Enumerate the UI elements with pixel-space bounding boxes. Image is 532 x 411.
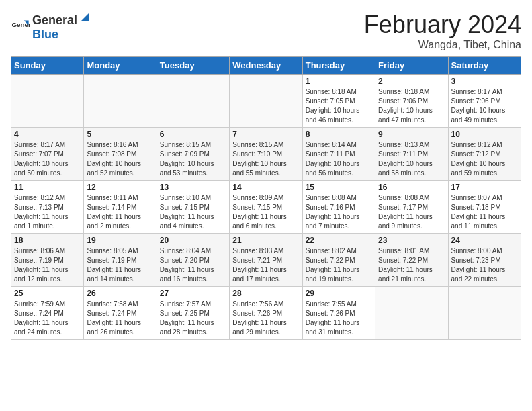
- day-info: Sunrise: 8:07 AMSunset: 7:18 PMDaylight:…: [451, 193, 518, 231]
- calendar-week-row: 25Sunrise: 7:59 AMSunset: 7:24 PMDayligh…: [11, 287, 521, 340]
- day-number: 6: [160, 130, 226, 139]
- calendar-day-cell: 5Sunrise: 8:16 AMSunset: 7:08 PMDaylight…: [84, 128, 157, 181]
- calendar-day-cell: [448, 287, 521, 340]
- day-number: 28: [232, 289, 299, 298]
- day-number: 19: [87, 236, 153, 245]
- day-number: 9: [378, 130, 445, 139]
- calendar-day-cell: [375, 287, 448, 340]
- day-info: Sunrise: 8:18 AMSunset: 7:05 PMDaylight:…: [306, 87, 372, 125]
- day-info: Sunrise: 7:55 AMSunset: 7:26 PMDaylight:…: [306, 300, 372, 337]
- day-info: Sunrise: 8:01 AMSunset: 7:22 PMDaylight:…: [378, 246, 445, 284]
- calendar-day-cell: [11, 75, 84, 128]
- day-info: Sunrise: 8:03 AMSunset: 7:21 PMDaylight:…: [232, 246, 299, 284]
- title-block: February 2024 Wangda, Tibet, China: [364, 11, 521, 51]
- svg-marker-2: [81, 13, 89, 21]
- calendar-header-row: SundayMondayTuesdayWednesdayThursdayFrid…: [11, 57, 521, 75]
- day-info: Sunrise: 8:15 AMSunset: 7:10 PMDaylight:…: [232, 140, 299, 178]
- day-number: 7: [232, 130, 299, 139]
- weekday-header: Wednesday: [230, 57, 302, 75]
- logo-general-text: General: [32, 13, 77, 28]
- logo-blue-text: Blue: [32, 28, 58, 41]
- day-number: 13: [160, 183, 226, 192]
- calendar-week-row: 4Sunrise: 8:17 AMSunset: 7:07 PMDaylight…: [11, 128, 521, 181]
- day-info: Sunrise: 8:10 AMSunset: 7:15 PMDaylight:…: [160, 193, 226, 231]
- calendar-day-cell: 21Sunrise: 8:03 AMSunset: 7:21 PMDayligh…: [230, 234, 302, 287]
- day-number: 14: [232, 183, 299, 192]
- calendar-day-cell: 4Sunrise: 8:17 AMSunset: 7:07 PMDaylight…: [11, 128, 84, 181]
- calendar-day-cell: 9Sunrise: 8:13 AMSunset: 7:11 PMDaylight…: [375, 128, 448, 181]
- calendar-day-cell: 1Sunrise: 8:18 AMSunset: 7:05 PMDaylight…: [302, 75, 375, 128]
- day-number: 26: [87, 289, 153, 298]
- weekday-header: Friday: [375, 57, 448, 75]
- calendar-day-cell: 13Sunrise: 8:10 AMSunset: 7:15 PMDayligh…: [157, 181, 229, 234]
- day-number: 18: [14, 236, 81, 245]
- calendar-day-cell: 6Sunrise: 8:15 AMSunset: 7:09 PMDaylight…: [157, 128, 229, 181]
- day-number: 25: [14, 289, 81, 298]
- day-info: Sunrise: 7:56 AMSunset: 7:26 PMDaylight:…: [232, 300, 299, 337]
- day-info: Sunrise: 8:18 AMSunset: 7:06 PMDaylight:…: [378, 87, 445, 125]
- logo-icon: General: [11, 17, 30, 36]
- logo-triangle-icon: [78, 11, 91, 24]
- calendar-day-cell: 25Sunrise: 7:59 AMSunset: 7:24 PMDayligh…: [11, 287, 84, 340]
- calendar-day-cell: 20Sunrise: 8:04 AMSunset: 7:20 PMDayligh…: [157, 234, 229, 287]
- weekday-header: Monday: [84, 57, 157, 75]
- month-title: February 2024: [364, 11, 521, 39]
- calendar-day-cell: 7Sunrise: 8:15 AMSunset: 7:10 PMDaylight…: [230, 128, 302, 181]
- calendar-day-cell: 11Sunrise: 8:12 AMSunset: 7:13 PMDayligh…: [11, 181, 84, 234]
- calendar-day-cell: 10Sunrise: 8:12 AMSunset: 7:12 PMDayligh…: [448, 128, 521, 181]
- day-number: 22: [306, 236, 372, 245]
- day-info: Sunrise: 8:09 AMSunset: 7:15 PMDaylight:…: [232, 193, 299, 231]
- day-number: 1: [306, 77, 372, 86]
- calendar-day-cell: 8Sunrise: 8:14 AMSunset: 7:11 PMDaylight…: [302, 128, 375, 181]
- day-number: 5: [87, 130, 153, 139]
- day-info: Sunrise: 8:14 AMSunset: 7:11 PMDaylight:…: [306, 140, 372, 178]
- day-number: 3: [451, 77, 518, 86]
- day-info: Sunrise: 8:04 AMSunset: 7:20 PMDaylight:…: [160, 246, 226, 284]
- calendar-day-cell: [230, 75, 302, 128]
- day-number: 17: [451, 183, 518, 192]
- weekday-header: Thursday: [302, 57, 375, 75]
- day-info: Sunrise: 7:58 AMSunset: 7:24 PMDaylight:…: [87, 300, 153, 337]
- day-number: 20: [160, 236, 226, 245]
- day-info: Sunrise: 8:06 AMSunset: 7:19 PMDaylight:…: [14, 246, 81, 284]
- day-number: 21: [232, 236, 299, 245]
- calendar-week-row: 1Sunrise: 8:18 AMSunset: 7:05 PMDaylight…: [11, 75, 521, 128]
- day-info: Sunrise: 8:05 AMSunset: 7:19 PMDaylight:…: [87, 246, 153, 284]
- calendar-day-cell: 14Sunrise: 8:09 AMSunset: 7:15 PMDayligh…: [230, 181, 302, 234]
- day-info: Sunrise: 8:00 AMSunset: 7:23 PMDaylight:…: [451, 246, 518, 284]
- day-number: 29: [306, 289, 372, 298]
- day-info: Sunrise: 7:59 AMSunset: 7:24 PMDaylight:…: [14, 300, 81, 337]
- calendar-day-cell: 2Sunrise: 8:18 AMSunset: 7:06 PMDaylight…: [375, 75, 448, 128]
- weekday-header: Tuesday: [157, 57, 229, 75]
- day-number: 27: [160, 289, 226, 298]
- calendar-day-cell: 24Sunrise: 8:00 AMSunset: 7:23 PMDayligh…: [448, 234, 521, 287]
- calendar-day-cell: 27Sunrise: 7:57 AMSunset: 7:25 PMDayligh…: [157, 287, 229, 340]
- day-number: 16: [378, 183, 445, 192]
- calendar-day-cell: 16Sunrise: 8:08 AMSunset: 7:17 PMDayligh…: [375, 181, 448, 234]
- day-info: Sunrise: 8:08 AMSunset: 7:16 PMDaylight:…: [306, 193, 372, 231]
- day-info: Sunrise: 7:57 AMSunset: 7:25 PMDaylight:…: [160, 300, 226, 337]
- day-number: 2: [378, 77, 445, 86]
- calendar-day-cell: [157, 75, 229, 128]
- calendar-day-cell: 18Sunrise: 8:06 AMSunset: 7:19 PMDayligh…: [11, 234, 84, 287]
- calendar-day-cell: 28Sunrise: 7:56 AMSunset: 7:26 PMDayligh…: [230, 287, 302, 340]
- day-number: 11: [14, 183, 81, 192]
- calendar-day-cell: [84, 75, 157, 128]
- logo: General General Blue: [11, 11, 92, 42]
- day-number: 4: [14, 130, 81, 139]
- calendar-table: SundayMondayTuesdayWednesdayThursdayFrid…: [11, 56, 521, 340]
- weekday-header: Saturday: [448, 57, 521, 75]
- calendar-day-cell: 12Sunrise: 8:11 AMSunset: 7:14 PMDayligh…: [84, 181, 157, 234]
- day-number: 12: [87, 183, 153, 192]
- day-number: 8: [306, 130, 372, 139]
- day-info: Sunrise: 8:12 AMSunset: 7:13 PMDaylight:…: [14, 193, 81, 231]
- day-info: Sunrise: 8:08 AMSunset: 7:17 PMDaylight:…: [378, 193, 445, 231]
- day-number: 10: [451, 130, 518, 139]
- day-info: Sunrise: 8:16 AMSunset: 7:08 PMDaylight:…: [87, 140, 153, 178]
- location-title: Wangda, Tibet, China: [364, 39, 521, 51]
- calendar-day-cell: 22Sunrise: 8:02 AMSunset: 7:22 PMDayligh…: [302, 234, 375, 287]
- page-header: General General Blue February 2024 Wangd…: [11, 11, 521, 51]
- calendar-day-cell: 23Sunrise: 8:01 AMSunset: 7:22 PMDayligh…: [375, 234, 448, 287]
- day-number: 24: [451, 236, 518, 245]
- calendar-day-cell: 3Sunrise: 8:17 AMSunset: 7:06 PMDaylight…: [448, 75, 521, 128]
